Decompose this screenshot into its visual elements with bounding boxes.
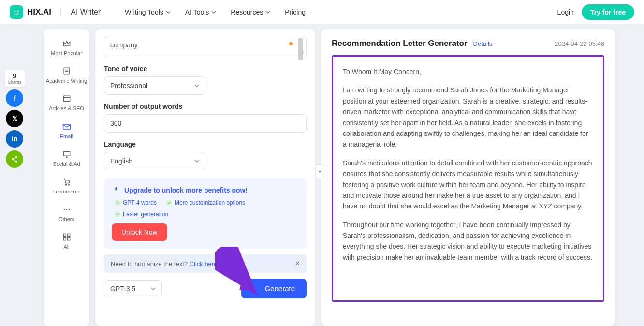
nav-ai-tools[interactable]: AI Tools: [185, 8, 217, 16]
sidebar-item-label: All: [63, 244, 69, 250]
output-paragraph: To Whom It May Concern,: [343, 66, 593, 77]
login-link[interactable]: Login: [557, 8, 574, 16]
share-button[interactable]: [6, 150, 23, 168]
model-select[interactable]: GPT-3.5: [104, 280, 162, 297]
chevron-down-icon: [265, 10, 270, 15]
logo-text: HIX.AI: [27, 7, 51, 17]
rocket-icon: [112, 186, 120, 194]
sidebar-item-most-popular[interactable]: Most Popular: [44, 34, 89, 61]
output-text-box[interactable]: To Whom It May Concern, I am writing to …: [332, 55, 604, 302]
svg-point-2: [15, 156, 17, 158]
monitor-icon: [62, 149, 72, 159]
upgrade-feature: ✓GPT-4 words: [115, 199, 157, 206]
feature-text: GPT-4 words: [123, 199, 157, 206]
upgrade-feature: ✓More customization options: [166, 199, 245, 206]
model-value: GPT-3.5: [110, 285, 135, 293]
sidebar-item-social[interactable]: Social & Ad: [44, 145, 89, 172]
output-panel: Recommendation Letter Generator Details …: [321, 29, 615, 326]
main-nav: Writing Tools AI Tools Resources Pricing: [125, 8, 306, 16]
output-header: Recommendation Letter Generator Details …: [332, 39, 604, 48]
sidebar-item-academic[interactable]: Academic Writing: [44, 61, 89, 89]
nav-writing-tools[interactable]: Writing Tools: [125, 8, 171, 16]
svg-point-12: [66, 209, 67, 210]
unlock-button[interactable]: Unlock Now: [112, 223, 167, 241]
generate-button[interactable]: Generate: [241, 279, 307, 298]
grid-icon: [62, 232, 72, 242]
feature-text: More customization options: [175, 199, 245, 206]
words-input[interactable]: 300: [104, 114, 307, 133]
wand-icon: [253, 285, 261, 293]
select-value: Professional: [110, 82, 147, 89]
humanize-prefix: Need to humanize the text?: [111, 260, 190, 267]
chevron-down-icon: [194, 159, 199, 163]
collapse-panel-button[interactable]: «: [316, 164, 324, 178]
nav-label: AI Tools: [185, 8, 209, 16]
close-banner-button[interactable]: ×: [295, 259, 300, 268]
logo-group[interactable]: HIX.AI | AI Writer: [10, 5, 101, 19]
linkedin-share-button[interactable]: in: [6, 130, 23, 148]
details-link[interactable]: Details: [473, 40, 493, 47]
nav-pricing[interactable]: Pricing: [285, 8, 306, 16]
nav-label: Pricing: [285, 8, 306, 16]
main-header: HIX.AI | AI Writer Writing Tools AI Tool…: [0, 0, 644, 24]
nav-resources[interactable]: Resources: [231, 8, 270, 16]
dots-icon: [62, 205, 72, 214]
chevron-down-icon: [166, 10, 171, 15]
tone-label: Tone of voice: [104, 65, 307, 73]
svg-rect-16: [63, 238, 66, 240]
share-count-label: Shares: [8, 80, 22, 85]
document-icon: [62, 66, 72, 76]
check-icon: ✓: [166, 200, 172, 206]
divider: |: [60, 8, 62, 16]
chevron-down-icon: [211, 10, 216, 15]
select-value: English: [110, 157, 132, 165]
svg-point-1: [17, 11, 19, 12]
logo-icon: [10, 5, 23, 19]
humanize-link[interactable]: Click here: [190, 260, 218, 267]
cart-icon: [62, 177, 72, 187]
feature-text: Faster generation: [123, 211, 168, 218]
svg-point-3: [12, 158, 14, 160]
input-form-panel: company. Tone of voice Professional Numb…: [95, 29, 315, 326]
upgrade-title-text: Upgrade to unlock more benefits now!: [124, 186, 248, 194]
header-right: Login Try for free: [557, 4, 634, 20]
sidebar-item-label: Articles & SEO: [49, 105, 84, 112]
sidebar-item-all[interactable]: All: [44, 227, 89, 255]
try-free-button[interactable]: Try for free: [582, 4, 634, 20]
sidebar-item-others[interactable]: Others: [44, 200, 89, 227]
svg-point-4: [15, 161, 17, 163]
upgrade-title: Upgrade to unlock more benefits now!: [112, 186, 299, 194]
check-icon: ✓: [115, 200, 120, 206]
facebook-share-button[interactable]: f: [6, 89, 23, 107]
resize-handle-icon[interactable]: [298, 50, 304, 56]
category-sidebar: Most Popular Academic Writing Articles &…: [44, 29, 89, 326]
header-subtitle: AI Writer: [71, 8, 101, 16]
language-label: Language: [104, 140, 307, 148]
svg-rect-15: [67, 234, 70, 237]
chevron-down-icon: [151, 286, 156, 291]
sidebar-item-label: Most Popular: [51, 50, 82, 57]
upgrade-promo: Upgrade to unlock more benefits now! ✓GP…: [104, 178, 307, 249]
twitter-share-button[interactable]: 𝕏: [6, 110, 23, 127]
upgrade-features: ✓GPT-4 words ✓More customization options…: [115, 199, 299, 218]
envelope-icon: [62, 122, 72, 132]
sidebar-item-articles[interactable]: Articles & SEO: [44, 89, 89, 117]
description-textarea[interactable]: company.: [104, 36, 307, 58]
upgrade-feature: ✓Faster generation: [115, 211, 168, 218]
tone-select[interactable]: Professional: [104, 76, 205, 95]
scrollbar[interactable]: [298, 38, 303, 60]
svg-rect-14: [63, 234, 66, 237]
output-paragraph: I am writing to strongly recommend Sarah…: [343, 85, 593, 149]
chevron-down-icon: [194, 83, 199, 88]
nav-label: Resources: [231, 8, 263, 16]
sidebar-item-label: Ecommerce: [52, 189, 81, 195]
svg-point-9: [65, 184, 67, 186]
svg-rect-6: [63, 96, 70, 102]
sidebar-item-ecommerce[interactable]: Ecommerce: [44, 172, 89, 200]
social-share-bar: 9 Shares f 𝕏 in: [5, 70, 25, 168]
sidebar-item-email[interactable]: Email: [44, 117, 89, 145]
language-select[interactable]: English: [104, 152, 205, 170]
generate-label: Generate: [264, 284, 295, 293]
input-value: 300: [110, 119, 121, 127]
check-icon: ✓: [115, 211, 120, 217]
